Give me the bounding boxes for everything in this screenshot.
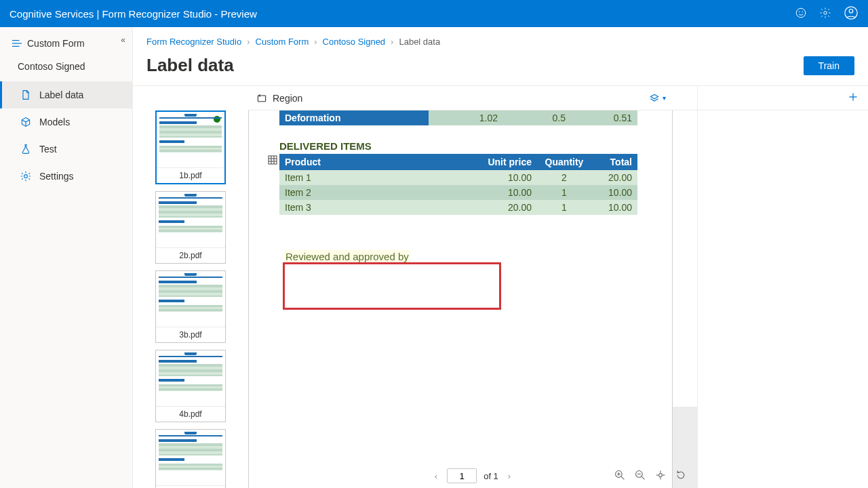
page-title: Label data xyxy=(146,55,234,76)
svg-point-5 xyxy=(849,9,853,13)
page-total: of 1 xyxy=(484,471,498,481)
nav-models[interactable]: Models xyxy=(0,108,132,136)
svg-point-23 xyxy=(659,473,663,476)
document-page[interactable]: Deformation 1.02 0.5 0.51 DELIVERED ITEM… xyxy=(248,110,673,488)
zoom-out-icon[interactable] xyxy=(635,470,646,483)
thumb-5[interactable]: 5b.pdf xyxy=(155,429,226,488)
region-icon xyxy=(256,93,267,104)
svg-point-3 xyxy=(824,11,827,14)
nav-label-data[interactable]: Label data xyxy=(0,81,132,108)
signature-region[interactable] xyxy=(283,262,501,310)
fit-icon[interactable] xyxy=(655,470,666,483)
feedback-icon[interactable] xyxy=(795,7,807,21)
table-grid-icon[interactable] xyxy=(268,155,277,165)
gear-icon xyxy=(20,171,31,182)
tag-panel xyxy=(697,86,868,488)
pager: ‹ of 1 › xyxy=(248,464,697,488)
region-tool[interactable]: Region xyxy=(256,93,302,104)
top-bar: Cognitive Services | Form Recognizer Stu… xyxy=(0,0,868,27)
sidebar: « Custom Form Contoso Signed Label data … xyxy=(0,27,133,488)
project-name[interactable]: Contoso Signed xyxy=(0,56,132,79)
thumb-2[interactable]: 2b.pdf xyxy=(155,191,226,264)
svg-rect-11 xyxy=(269,156,277,164)
zoom-in-icon[interactable] xyxy=(614,470,625,483)
nav-settings[interactable]: Settings xyxy=(0,163,132,190)
delivered-title: DELIVERED ITEMS xyxy=(279,140,372,152)
next-page-icon[interactable]: › xyxy=(505,468,513,484)
canvas[interactable]: Deformation 1.02 0.5 0.51 DELIVERED ITEM… xyxy=(248,110,697,488)
page-input[interactable] xyxy=(447,468,477,483)
svg-line-17 xyxy=(621,476,624,479)
prev-page-icon[interactable]: ‹ xyxy=(432,468,440,484)
thumb-1[interactable]: 1b.pdf xyxy=(155,110,226,184)
thumb-3[interactable]: 3b.pdf xyxy=(155,270,226,343)
layers-tool[interactable]: ▾ xyxy=(649,93,666,104)
thumbnail-strip: 1b.pdf 2b.pdf 3b.pdf 4b.pdf 5b.pdf xyxy=(133,86,248,488)
crumb-project[interactable]: Contoso Signed xyxy=(323,37,386,47)
svg-line-21 xyxy=(642,476,644,479)
train-button[interactable]: Train xyxy=(804,56,854,75)
collapse-sidebar-icon[interactable]: « xyxy=(121,35,125,45)
delivered-table: Product Unit price Quantity Total Item 1… xyxy=(279,154,637,215)
app-title: Cognitive Services | Form Recognizer Stu… xyxy=(9,8,257,20)
svg-point-2 xyxy=(802,12,803,12)
account-icon[interactable] xyxy=(844,5,859,22)
document-icon xyxy=(20,89,31,100)
chevron-down-icon: ▾ xyxy=(663,94,666,102)
settings-icon[interactable] xyxy=(819,7,831,21)
crumb-studio[interactable]: Form Recognizer Studio xyxy=(146,37,241,47)
add-tag-icon[interactable] xyxy=(848,92,859,104)
layers-icon xyxy=(649,93,660,104)
canvas-toolbar: Region ▾ xyxy=(248,86,697,110)
crumb-current: Label data xyxy=(399,37,440,47)
svg-point-1 xyxy=(799,12,800,12)
top-row-fragment: Deformation 1.02 0.5 0.51 xyxy=(279,110,637,125)
flask-icon xyxy=(20,144,31,155)
svg-point-0 xyxy=(796,8,806,18)
sidebar-heading[interactable]: Custom Form xyxy=(0,30,132,56)
nav-test[interactable]: Test xyxy=(0,136,132,163)
svg-point-9 xyxy=(24,175,28,178)
svg-rect-10 xyxy=(258,96,265,102)
thumb-4[interactable]: 4b.pdf xyxy=(155,350,226,422)
rotate-icon[interactable] xyxy=(675,470,686,483)
breadcrumb: Form Recognizer Studio› Custom Form› Con… xyxy=(133,27,868,52)
crumb-custom-form[interactable]: Custom Form xyxy=(256,37,309,47)
cube-icon xyxy=(20,117,31,127)
reviewed-label: Reviewed and approved by xyxy=(284,250,410,263)
